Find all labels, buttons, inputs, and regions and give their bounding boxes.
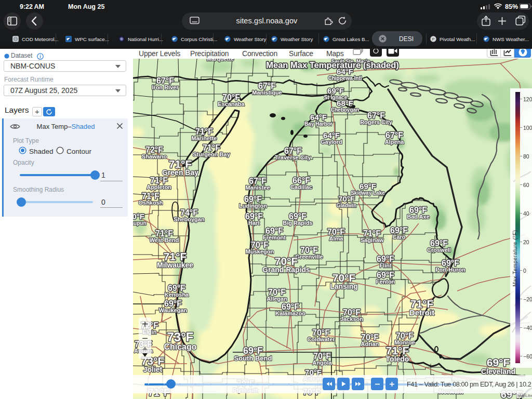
svg-text:Chicago: Chicago bbox=[164, 342, 196, 351]
svg-text:Caro: Caro bbox=[392, 234, 405, 240]
svg-text:Shawano: Shawano bbox=[142, 153, 167, 159]
svg-text:Greenville: Greenville bbox=[295, 254, 323, 260]
svg-text:Coldwater: Coldwater bbox=[307, 336, 335, 342]
svg-text:69°F: 69°F bbox=[327, 86, 344, 95]
svg-text:Joliet: Joliet bbox=[143, 365, 163, 374]
svg-text:Sturgeon Bay: Sturgeon Bay bbox=[193, 151, 230, 157]
svg-text:Cheboygan: Cheboygan bbox=[331, 107, 359, 113]
svg-text:Allegan: Allegan bbox=[267, 296, 287, 302]
svg-text:Mean Max Temperature (shaded): Mean Max Temperature (shaded) bbox=[266, 60, 399, 70]
svg-text:Oshkosh: Oshkosh bbox=[138, 200, 163, 206]
svg-text:Alpena: Alpena bbox=[385, 139, 405, 145]
svg-text:Fenton: Fenton bbox=[376, 278, 395, 285]
svg-text:Traverse City: Traverse City bbox=[275, 154, 311, 161]
svg-text:Grand Rapids: Grand Rapids bbox=[262, 265, 310, 274]
svg-text:Flint: Flint bbox=[379, 262, 392, 269]
svg-text:70°F: 70°F bbox=[133, 212, 144, 221]
svg-text:Hart: Hart bbox=[248, 220, 260, 226]
svg-text:Chippewa Intl: Chippewa Intl bbox=[328, 75, 362, 81]
svg-text:Fremont: Fremont bbox=[263, 234, 286, 241]
svg-text:Manistee: Manistee bbox=[245, 184, 270, 191]
svg-text:West Bend: West Bend bbox=[150, 237, 179, 243]
svg-text:Skidway Lake: Skidway Lake bbox=[351, 190, 385, 196]
svg-text:Cadillac: Cadillac bbox=[290, 184, 312, 190]
svg-text:Escanaba: Escanaba bbox=[218, 101, 245, 107]
svg-text:Sheboygan: Sheboygan bbox=[174, 216, 205, 222]
svg-text:Marquette: Marquette bbox=[207, 59, 234, 62]
svg-text:Kenosha: Kenosha bbox=[165, 291, 189, 298]
svg-text:Manistique: Manistique bbox=[252, 89, 282, 96]
svg-text:Kalamazoo: Kalamazoo bbox=[275, 310, 305, 316]
svg-text:Big Rapids: Big Rapids bbox=[283, 220, 312, 226]
svg-text:Muskegon: Muskegon bbox=[246, 248, 274, 255]
svg-text:Rogers City: Rogers City bbox=[360, 119, 393, 125]
svg-text:Gladwin: Gladwin bbox=[337, 203, 357, 208]
svg-text:69°F: 69°F bbox=[487, 356, 510, 368]
svg-text:68°F: 68°F bbox=[337, 99, 353, 108]
svg-text:73°F: 73°F bbox=[167, 330, 194, 344]
svg-text:Adrian: Adrian bbox=[361, 341, 379, 347]
svg-text:Waupun: Waupun bbox=[133, 220, 147, 226]
svg-text:Angola: Angola bbox=[312, 360, 332, 366]
svg-text:Detroit: Detroit bbox=[409, 308, 434, 317]
svg-text:Bad Axe: Bad Axe bbox=[407, 214, 430, 220]
svg-text:Green Bay: Green Bay bbox=[162, 168, 198, 177]
svg-text:Gaylord: Gaylord bbox=[321, 139, 342, 145]
svg-text:Croswell: Croswell bbox=[427, 247, 451, 253]
svg-text:Ludington: Ludington bbox=[239, 203, 267, 209]
svg-text:P: P bbox=[432, 37, 434, 42]
svg-text:69°F: 69°F bbox=[360, 182, 376, 191]
svg-text:Alma: Alma bbox=[329, 235, 344, 242]
svg-text:South Bend: South Bend bbox=[234, 354, 272, 362]
svg-text:Port Huron: Port Huron bbox=[435, 267, 466, 273]
svg-text:Milwaukee: Milwaukee bbox=[157, 261, 193, 269]
svg-text:Lansing: Lansing bbox=[330, 282, 358, 290]
svg-text:Saginaw: Saginaw bbox=[361, 237, 384, 243]
svg-text:Toledo: Toledo bbox=[386, 355, 409, 363]
svg-text:70°F: 70°F bbox=[338, 194, 355, 203]
svg-text:Jackson: Jackson bbox=[340, 316, 363, 322]
svg-text:Iron River: Iron River bbox=[152, 84, 179, 90]
svg-text:Bay Harbor: Bay Harbor bbox=[304, 121, 332, 127]
svg-text:Appleton: Appleton bbox=[147, 184, 171, 190]
svg-text:Marinette: Marinette bbox=[192, 135, 217, 141]
svg-text:64°F: 64°F bbox=[310, 113, 327, 122]
svg-text:Cleveland: Cleveland bbox=[481, 367, 515, 376]
svg-text:Waukegan: Waukegan bbox=[159, 307, 188, 313]
